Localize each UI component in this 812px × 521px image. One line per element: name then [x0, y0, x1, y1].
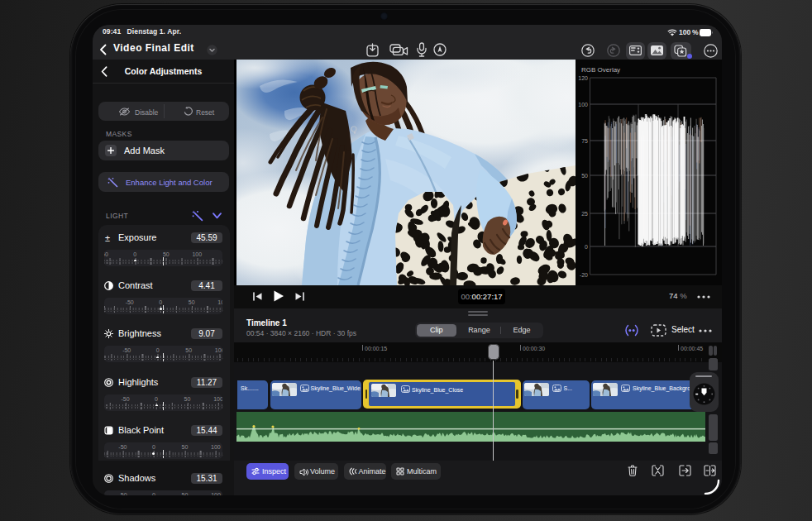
svg-text:120: 120: [578, 75, 588, 81]
svg-text:50: 50: [581, 173, 588, 179]
svg-text:75: 75: [581, 138, 588, 144]
svg-text:RGB Overlay: RGB Overlay: [581, 66, 620, 74]
svg-text:0: 0: [585, 244, 588, 250]
svg-text:-20: -20: [580, 272, 588, 278]
svg-text:100: 100: [578, 102, 588, 108]
svg-text:25: 25: [581, 211, 588, 217]
svg-text:±: ±: [105, 233, 110, 242]
